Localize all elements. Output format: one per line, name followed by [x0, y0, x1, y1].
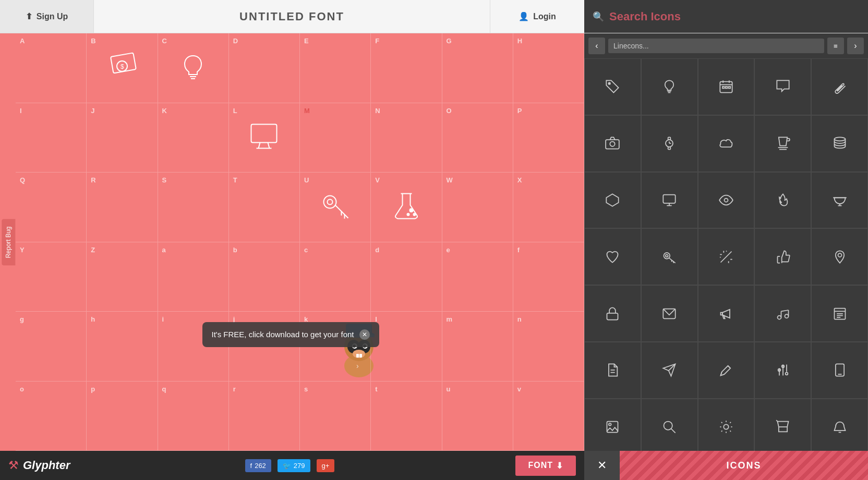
report-bug-tab[interactable]: Report Bug — [2, 219, 15, 265]
grid-cell-g2[interactable]: g — [16, 312, 87, 381]
grid-cell-b[interactable]: b — [229, 242, 300, 312]
grid-cell-B[interactable]: B $ — [87, 33, 158, 103]
icon-megaphone[interactable] — [698, 285, 755, 342]
grid-cell-H[interactable]: H — [513, 33, 584, 103]
grid-cell-J[interactable]: J — [87, 103, 158, 173]
grid-cell-e[interactable]: e — [442, 242, 513, 312]
signup-button[interactable]: ⬆ Sign Up — [0, 0, 94, 33]
grid-cell-F[interactable]: F — [371, 33, 442, 103]
grid-cell-E[interactable]: E — [300, 33, 371, 103]
grid-cell-m[interactable]: m — [442, 312, 513, 381]
next-arrow-button[interactable]: › — [847, 38, 864, 54]
icon-sliders[interactable] — [754, 342, 811, 399]
icon-bell[interactable] — [811, 399, 868, 451]
grid-cell-L[interactable]: L — [229, 103, 300, 173]
icon-location[interactable] — [811, 228, 868, 285]
grid-cell-K[interactable]: K — [158, 103, 229, 173]
grid-cell-t[interactable]: t — [371, 381, 442, 451]
tooltip-close-button[interactable]: ✕ — [359, 329, 370, 340]
icon-bulb[interactable] — [641, 58, 698, 115]
search-input[interactable] — [609, 10, 860, 23]
grid-cell-U[interactable]: U — [300, 173, 371, 242]
grid-cell-mascot[interactable]: i — [158, 312, 229, 381]
grid-cell-d[interactable]: d — [371, 242, 442, 312]
menu-button[interactable]: ≡ — [827, 38, 844, 54]
font-set-input[interactable] — [608, 39, 824, 53]
icon-mail[interactable] — [641, 285, 698, 342]
grid-cell-Q[interactable]: Q — [16, 173, 87, 242]
icon-chat[interactable] — [754, 58, 811, 115]
grid-cell-X[interactable]: X — [513, 173, 584, 242]
grid-cell-Z[interactable]: Z — [87, 242, 158, 312]
grid-cell-T[interactable]: T — [229, 173, 300, 242]
icon-send[interactable] — [641, 342, 698, 399]
icon-eye[interactable] — [698, 172, 755, 229]
grid-cell-f[interactable]: f — [513, 242, 584, 312]
icon-key[interactable] — [641, 228, 698, 285]
monitor-icon — [247, 119, 281, 156]
facebook-button[interactable]: f 262 — [245, 459, 271, 472]
grid-cell-N[interactable]: N — [371, 103, 442, 173]
icon-thumbup[interactable] — [754, 228, 811, 285]
icon-watch[interactable] — [641, 115, 698, 172]
grid-cell-S[interactable]: S — [158, 173, 229, 242]
icon-music[interactable] — [754, 285, 811, 342]
cell-label: D — [233, 38, 238, 44]
icon-image[interactable] — [584, 399, 641, 451]
icon-fire[interactable] — [754, 172, 811, 229]
icon-newspaper[interactable] — [811, 285, 868, 342]
grid-cell-A[interactable]: A — [16, 33, 87, 103]
grid-cell-n[interactable]: n — [513, 312, 584, 381]
grid-cell-M[interactable]: M — [300, 103, 371, 173]
icon-diamond[interactable] — [584, 172, 641, 229]
icon-tag[interactable] — [584, 58, 641, 115]
icon-calendar[interactable] — [698, 58, 755, 115]
icon-heart[interactable] — [584, 228, 641, 285]
grid-cell-V[interactable]: V — [371, 173, 442, 242]
icon-paperclip[interactable] — [811, 58, 868, 115]
svg-point-9 — [323, 196, 336, 208]
icon-lock[interactable] — [584, 285, 641, 342]
grid-cell-I[interactable]: I — [16, 103, 87, 173]
gplus-button[interactable]: g+ — [317, 459, 335, 472]
font-download-button[interactable]: FONT ⬇ — [515, 456, 576, 476]
grid-cell-a[interactable]: a — [158, 242, 229, 312]
login-button[interactable]: 👤 Login — [490, 0, 584, 33]
grid-cell-r[interactable]: r — [229, 381, 300, 451]
icon-database[interactable] — [811, 115, 868, 172]
grid-cell-D[interactable]: D — [229, 33, 300, 103]
twitter-button[interactable]: 🐦 279 — [278, 459, 310, 472]
grid-cell-l[interactable]: l — [371, 312, 442, 381]
prev-arrow-button[interactable]: ‹ — [588, 38, 605, 54]
grid-cell-C[interactable]: C — [158, 33, 229, 103]
grid-cell-h[interactable]: h — [87, 312, 158, 381]
close-button[interactable]: ✕ — [584, 451, 620, 480]
grid-cell-q[interactable]: q — [158, 381, 229, 451]
grid-cell-s[interactable]: s — [300, 381, 371, 451]
icon-pencil[interactable] — [698, 342, 755, 399]
icon-gear[interactable] — [698, 399, 755, 451]
grid-cell-o[interactable]: o — [16, 381, 87, 451]
grid-cell-v[interactable]: v — [513, 381, 584, 451]
icon-phone[interactable] — [811, 342, 868, 399]
icon-cup[interactable] — [754, 115, 811, 172]
icon-camera[interactable] — [584, 115, 641, 172]
grid-cell-Y[interactable]: Y — [16, 242, 87, 312]
svg-point-16 — [407, 214, 409, 216]
icon-document[interactable] — [584, 342, 641, 399]
icon-search[interactable] — [641, 399, 698, 451]
grid-cell-G[interactable]: G — [442, 33, 513, 103]
grid-cell-u[interactable]: u — [442, 381, 513, 451]
grid-cell-p[interactable]: p — [87, 381, 158, 451]
icon-wand[interactable] — [698, 228, 755, 285]
icon-cloud[interactable] — [698, 115, 755, 172]
grid-cell-W[interactable]: W — [442, 173, 513, 242]
icon-shop[interactable] — [754, 399, 811, 451]
grid-cell-c[interactable]: c — [300, 242, 371, 312]
icon-bowl[interactable] — [811, 172, 868, 229]
grid-cell-O[interactable]: O — [442, 103, 513, 173]
grid-cell-P[interactable]: P — [513, 103, 584, 173]
icon-monitor[interactable] — [641, 172, 698, 229]
icons-button[interactable]: ICONS — [620, 451, 868, 480]
grid-cell-R[interactable]: R — [87, 173, 158, 242]
